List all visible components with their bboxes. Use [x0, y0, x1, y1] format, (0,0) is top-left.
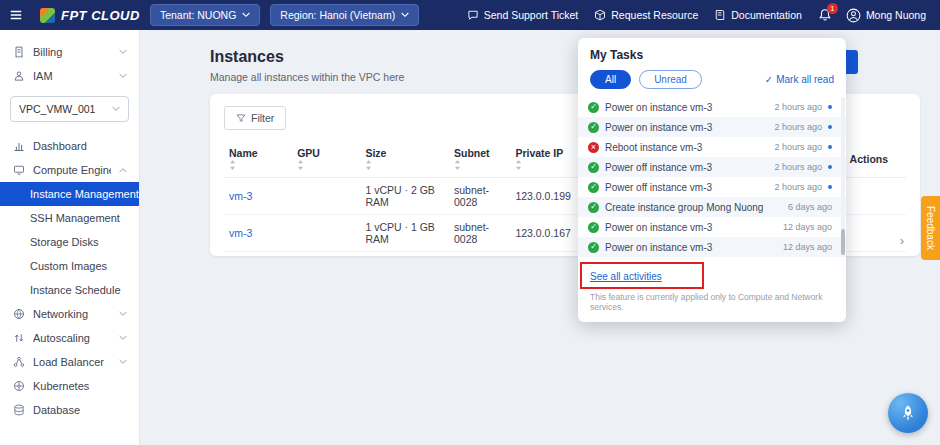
vpc-selector[interactable]: VPC_VMW_001 [10, 96, 129, 122]
sidebar-item-compute-engine[interactable]: Compute Engine [0, 158, 139, 182]
sidebar-item-load-balancer[interactable]: Load Balancer [0, 350, 139, 374]
popup-scrollbar[interactable] [841, 97, 845, 257]
autoscaling-label: Autoscaling [33, 332, 111, 344]
sidebar-item-kubernetes[interactable]: Kubernetes [0, 374, 139, 398]
task-item[interactable]: Power on instance vm-3 12 days ago [578, 237, 846, 257]
dashboard-label: Dashboard [33, 140, 127, 152]
sort-icon [229, 160, 287, 170]
column-header-subnet[interactable]: Subnet [449, 140, 510, 178]
chevron-down-icon [119, 49, 127, 55]
task-text: Power on instance vm-3 [605, 222, 777, 233]
hamburger-menu-button[interactable] [0, 0, 32, 30]
chevron-down-icon [112, 106, 120, 112]
task-text: Power off instance vm-3 [605, 182, 768, 193]
sidebar: Billing IAM VPC_VMW_001 Dashboard Comput… [0, 30, 140, 445]
autoscaling-icon [12, 332, 25, 345]
task-item[interactable]: Power on instance vm-3 12 days ago [578, 217, 846, 237]
documentation-link[interactable]: Documentation [714, 9, 802, 21]
database-label: Database [33, 404, 127, 416]
iam-icon [12, 70, 25, 83]
notifications-button[interactable]: 1 [818, 8, 832, 22]
subnet-cell: subnet-0028 [449, 215, 510, 252]
fpt-logo-icon [40, 8, 55, 23]
column-header-size[interactable]: Size [360, 140, 449, 178]
popup-scrollbar-thumb[interactable] [841, 229, 845, 255]
task-status-icon [588, 182, 599, 193]
task-list: Power on instance vm-3 2 hours ago Power… [578, 97, 846, 257]
sidebar-item-dashboard[interactable]: Dashboard [0, 134, 139, 158]
billing-icon [12, 46, 25, 59]
kubernetes-icon [12, 380, 25, 393]
chevron-down-icon [119, 311, 127, 317]
sidebar-item-instance-schedule[interactable]: Instance Schedule [0, 278, 139, 302]
sidebar-item-custom-images[interactable]: Custom Images [0, 254, 139, 278]
task-item[interactable]: Power on instance vm-3 2 hours ago [578, 117, 846, 137]
iam-label: IAM [33, 70, 111, 82]
unread-dot [828, 165, 832, 169]
topbar: FPT CLOUD Tenant: NUONG Region: Hanoi (V… [0, 0, 940, 30]
size-cell: 1 vCPU · 2 GB RAM [360, 178, 449, 215]
my-tasks-popup: My Tasks All Unread ✓ Mark all read Powe… [578, 38, 846, 322]
user-avatar-icon [846, 8, 861, 23]
size-cell: 1 vCPU · 1 GB RAM [360, 215, 449, 252]
sidebar-item-database[interactable]: Database [0, 398, 139, 422]
send-support-ticket-link[interactable]: Send Support Ticket [467, 9, 579, 21]
task-time: 12 days ago [783, 222, 832, 232]
instance-name-link[interactable]: vm-3 [224, 215, 292, 252]
networking-label: Networking [33, 308, 111, 320]
user-menu[interactable]: Mong Nuong [846, 8, 926, 23]
sidebar-item-networking[interactable]: Networking [0, 302, 139, 326]
brand-logo[interactable]: FPT CLOUD [40, 8, 140, 23]
mark-all-read-button[interactable]: ✓ Mark all read [765, 74, 834, 85]
dashboard-icon [12, 140, 25, 153]
task-item[interactable]: Power off instance vm-3 2 hours ago [578, 157, 846, 177]
gpu-cell [292, 178, 360, 215]
sidebar-item-autoscaling[interactable]: Autoscaling [0, 326, 139, 350]
column-header-name[interactable]: Name [224, 140, 292, 178]
task-item[interactable]: Power on instance vm-3 2 hours ago [578, 97, 846, 117]
chevron-down-icon [119, 359, 127, 365]
filter-button[interactable]: Filter [224, 106, 286, 130]
sidebar-item-billing[interactable]: Billing [0, 40, 139, 64]
database-icon [12, 404, 25, 417]
chevron-down-icon [119, 73, 127, 79]
sidebar-item-instance-management[interactable]: Instance Management [0, 182, 139, 206]
task-text: Create instance group Mong Nuong [605, 202, 782, 213]
task-time: 2 hours ago [774, 122, 822, 132]
filter-label: Filter [251, 112, 274, 124]
billing-label: Billing [33, 46, 111, 58]
documentation-label: Documentation [731, 9, 802, 21]
tab-all[interactable]: All [590, 70, 631, 89]
vpc-selected-value: VPC_VMW_001 [19, 103, 95, 115]
support-ticket-label: Send Support Ticket [484, 9, 579, 21]
request-resource-link[interactable]: Request Resource [594, 9, 698, 21]
tenant-label: Tenant: NUONG [160, 9, 236, 21]
task-item[interactable]: Power off instance vm-3 2 hours ago [578, 177, 846, 197]
see-all-activities-link[interactable]: See all activities [590, 271, 662, 282]
region-selector[interactable]: Region: Hanoi (Vietnam) [270, 4, 419, 26]
sidebar-item-storage-disks[interactable]: Storage Disks [0, 230, 139, 254]
tab-unread[interactable]: Unread [639, 70, 702, 89]
feedback-tab[interactable]: Feedback [921, 196, 940, 260]
instance-name-link[interactable]: vm-3 [224, 178, 292, 215]
chevron-down-icon [401, 12, 409, 18]
rocket-icon [898, 403, 918, 423]
sidebar-item-ssh-management[interactable]: SSH Management [0, 206, 139, 230]
networking-icon [12, 308, 25, 321]
actions-cell [845, 178, 906, 215]
task-item[interactable]: Reboot instance vm-3 2 hours ago [578, 137, 846, 157]
task-status-icon [588, 102, 599, 113]
task-status-icon [588, 202, 599, 213]
sidebar-item-iam[interactable]: IAM [0, 64, 139, 88]
support-chat-button[interactable] [888, 393, 928, 433]
unread-dot [828, 185, 832, 189]
column-header-gpu[interactable]: GPU [292, 140, 360, 178]
task-time: 6 days ago [788, 202, 832, 212]
task-text: Power on instance vm-3 [605, 122, 768, 133]
task-item[interactable]: Create instance group Mong Nuong 6 days … [578, 197, 846, 217]
page-subtitle: Manage all instances within the VPC here [210, 71, 404, 83]
pagination-next-button[interactable]: › [894, 231, 910, 250]
task-time: 2 hours ago [774, 102, 822, 112]
tenant-selector[interactable]: Tenant: NUONG [150, 4, 260, 26]
column-header-actions: Actions [845, 140, 906, 178]
